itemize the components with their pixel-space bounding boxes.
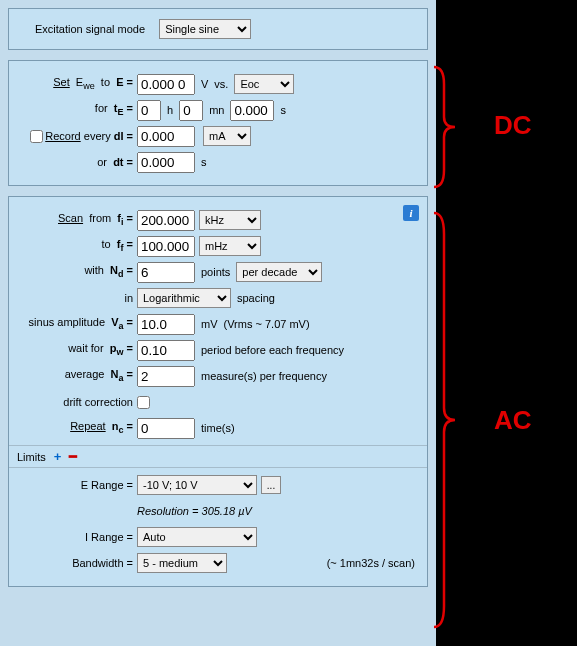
ff-unit-select[interactable]: mHz — [199, 236, 261, 256]
na-suffix: measure(s) per frequency — [195, 370, 333, 382]
annotation-column: DC AC — [436, 0, 577, 646]
or-dt-label: or dt = — [17, 156, 137, 168]
dc-label: DC — [494, 110, 532, 141]
s-unit: s — [274, 104, 292, 116]
drift-checkbox[interactable] — [137, 396, 150, 409]
pw-value-input[interactable] — [137, 340, 195, 361]
spacing-select[interactable]: Logarithmic — [137, 288, 231, 308]
set-ewe-label: Set Ewe to E = — [17, 76, 137, 91]
vs-label: vs. — [214, 78, 234, 90]
di-value-input[interactable] — [137, 126, 195, 147]
ff-value-input[interactable] — [137, 236, 195, 257]
dt-value-input[interactable] — [137, 152, 195, 173]
resolution-label: Resolution = 305.18 µV — [137, 505, 252, 517]
e-unit: V — [195, 78, 214, 90]
in-label: in — [17, 292, 137, 304]
pw-suffix: period before each frequency — [195, 344, 350, 356]
to-ff-label: to ff = — [17, 238, 137, 253]
irange-label: I Range = — [17, 531, 137, 543]
limits-row: Limits + ━ — [9, 445, 427, 468]
erange-select[interactable]: -10 V; 10 V — [137, 475, 257, 495]
fi-unit-select[interactable]: kHz — [199, 210, 261, 230]
vrms-label: (Vrms ~ 7.07 mV) — [224, 318, 314, 330]
dt-unit: s — [195, 156, 213, 168]
record-di-label: Record every dI = — [17, 130, 137, 143]
excitation-mode-label: Excitation signal mode — [35, 23, 149, 35]
limits-remove-icon[interactable]: ━ — [69, 449, 77, 464]
h-unit: h — [161, 104, 179, 116]
mn-unit: mn — [203, 104, 230, 116]
te-s-input[interactable] — [230, 100, 274, 121]
for-te-label: for tE = — [17, 102, 137, 117]
va-unit: mV — [195, 318, 224, 330]
va-value-input[interactable] — [137, 314, 195, 335]
nc-suffix: time(s) — [195, 422, 241, 434]
dc-brace-icon — [431, 64, 461, 190]
scan-fi-label: Scan from fi = — [17, 212, 137, 227]
e-value-input[interactable] — [137, 74, 195, 95]
sinus-va-label: sinus amplitude Va = — [17, 316, 137, 331]
di-unit-select[interactable]: mA — [203, 126, 251, 146]
na-value-input[interactable] — [137, 366, 195, 387]
te-mn-input[interactable] — [179, 100, 203, 121]
spacing-label: spacing — [231, 292, 281, 304]
info-icon[interactable]: i — [403, 205, 419, 221]
points-label: points — [195, 266, 236, 278]
avg-na-label: average Na = — [17, 368, 137, 383]
te-h-input[interactable] — [137, 100, 161, 121]
nc-value-input[interactable] — [137, 418, 195, 439]
limits-label: Limits — [17, 451, 46, 463]
bw-select[interactable]: 5 - medium — [137, 553, 227, 573]
ac-brace-icon — [431, 210, 461, 630]
record-checkbox[interactable] — [30, 130, 43, 143]
bw-label: Bandwidth = — [17, 557, 137, 569]
nd-value-input[interactable] — [137, 262, 195, 283]
erange-more-button[interactable]: ... — [261, 476, 281, 494]
limits-add-icon[interactable]: + — [54, 449, 62, 464]
excitation-mode-panel: Excitation signal mode Single sine — [8, 8, 428, 50]
excitation-mode-select[interactable]: Single sine — [159, 19, 251, 39]
repeat-nc-label: Repeat nc = — [17, 420, 137, 435]
vs-ref-select[interactable]: Eoc — [234, 74, 294, 94]
ac-panel: i Scan from fi = kHz to ff = mHz with N — [8, 196, 428, 587]
ac-label: AC — [494, 405, 532, 436]
wait-pw-label: wait for pw = — [17, 342, 137, 357]
with-nd-label: with Nd = — [17, 264, 137, 279]
dc-panel: Set Ewe to E = V vs. Eoc for tE = h mn s — [8, 60, 428, 186]
fi-value-input[interactable] — [137, 210, 195, 231]
scan-time-label: (~ 1mn32s / scan) — [327, 557, 419, 569]
erange-label: E Range = — [17, 479, 137, 491]
irange-select[interactable]: Auto — [137, 527, 257, 547]
per-mode-select[interactable]: per decade — [236, 262, 322, 282]
drift-label: drift correction — [17, 396, 137, 408]
